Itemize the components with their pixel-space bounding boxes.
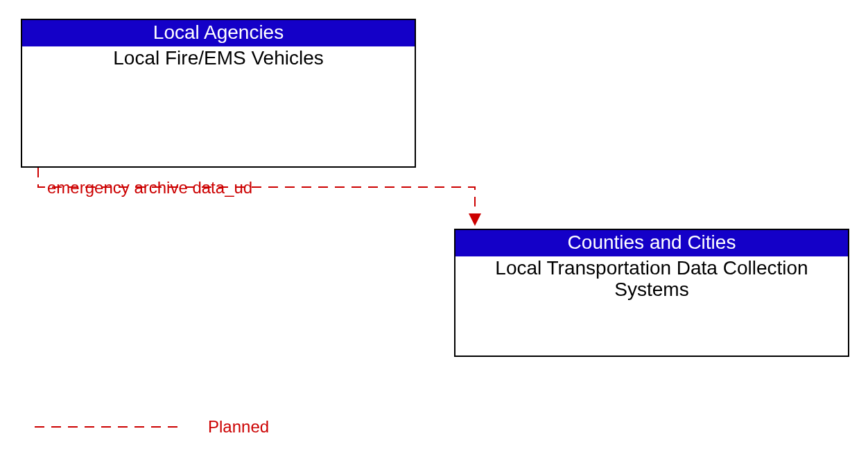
entity-header: Counties and Cities	[455, 230, 848, 256]
entity-body: Local Fire/EMS Vehicles	[22, 46, 415, 71]
entity-body: Local Transportation Data Collection Sys…	[455, 256, 848, 302]
entity-local-agencies: Local Agencies Local Fire/EMS Vehicles	[21, 19, 416, 168]
entity-header: Local Agencies	[22, 20, 415, 46]
legend-planned-label: Planned	[208, 417, 269, 437]
entity-counties-cities: Counties and Cities Local Transportation…	[454, 229, 849, 357]
flow-label: emergency archive data_ud	[47, 178, 252, 198]
